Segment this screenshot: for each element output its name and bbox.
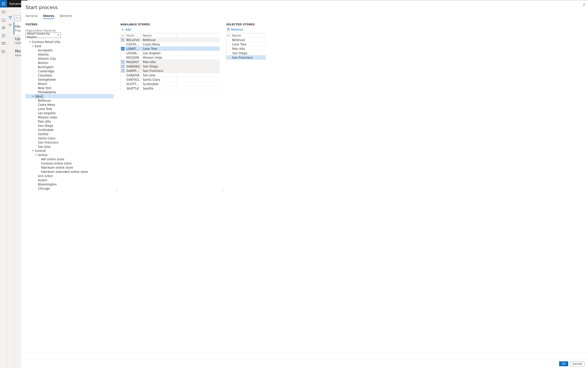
row-checkbox[interactable]: [121, 60, 125, 64]
row-checkbox[interactable]: [226, 55, 231, 60]
row-checkbox[interactable]: [121, 42, 125, 46]
tree-node[interactable]: Boston: [26, 61, 114, 65]
tree-node[interactable]: Contoso online store: [26, 161, 114, 165]
row-checkbox[interactable]: [121, 55, 125, 60]
table-row[interactable]: San Diego: [226, 51, 266, 55]
row-checkbox[interactable]: [121, 64, 125, 68]
tree-node[interactable]: Palo Alto: [26, 119, 114, 123]
funnel-icon[interactable]: [7, 15, 13, 21]
list-item[interactable]: Up Upda: [14, 34, 22, 47]
table-row[interactable]: COSTAMECosta Mesa: [121, 42, 220, 46]
hierarchy-dropdown[interactable]: Retail Stores by Region: [26, 33, 61, 38]
caret-down-icon[interactable]: [32, 45, 34, 47]
tree-node[interactable]: Santa Clara: [26, 136, 114, 140]
tree-node[interactable]: Annapolis: [26, 48, 114, 52]
col-store-number[interactable]: Store number: [125, 33, 142, 37]
row-checkbox[interactable]: [121, 46, 125, 51]
tree-node[interactable]: Online: [26, 153, 114, 157]
caret-down-icon[interactable]: [32, 95, 34, 97]
tree-node[interactable]: San Jose: [26, 144, 114, 149]
splitter-handle[interactable]: [117, 189, 117, 191]
table-row[interactable]: LOSANGELos Angeles: [121, 51, 220, 55]
tree-node[interactable]: Contoso Retail USA: [26, 40, 114, 44]
tree-node[interactable]: San Diego: [26, 123, 114, 128]
remove-button[interactable]: Remove: [226, 27, 244, 32]
row-checkbox[interactable]: [121, 86, 125, 90]
tree-node[interactable]: San Francisco: [26, 140, 114, 144]
tree-node[interactable]: Burlington: [26, 65, 114, 69]
tree-node[interactable]: Philadelphia: [26, 90, 114, 94]
tree-node[interactable]: Austin: [26, 178, 114, 182]
tree-node[interactable]: Chicago: [26, 186, 114, 191]
tree-node[interactable]: Cambridge: [26, 69, 114, 73]
tree-node[interactable]: Atlanta: [26, 52, 114, 56]
col-name[interactable]: Name: [231, 33, 266, 37]
splitter-handle[interactable]: [223, 189, 223, 191]
row-checkbox[interactable]: [226, 38, 231, 42]
select-all-checkbox[interactable]: [226, 33, 231, 37]
tree-node[interactable]: Miami: [26, 82, 114, 86]
add-button[interactable]: Add: [120, 27, 132, 32]
row-checkbox[interactable]: [226, 51, 231, 55]
tree-node[interactable]: Mission Viejo: [26, 115, 114, 119]
table-row[interactable]: MISSIONMission Viejo: [121, 55, 220, 60]
tree-node[interactable]: Ann Arbor: [26, 174, 114, 178]
app-launcher-icon[interactable]: [0, 0, 7, 8]
table-row[interactable]: Palo Alto: [226, 46, 266, 51]
sort-icon[interactable]: [7, 22, 13, 28]
search-input-obscured[interactable]: Fi: [15, 15, 21, 21]
row-checkbox[interactable]: [226, 42, 231, 46]
list-item[interactable]: Ho Prep: [14, 22, 22, 34]
hamburger-icon[interactable]: [1, 10, 6, 14]
table-row[interactable]: BELLEVUBellevue: [121, 38, 220, 42]
table-row[interactable]: LONETRELone Tree: [121, 46, 220, 51]
tree-node[interactable]: Central: [26, 149, 114, 153]
tree-node[interactable]: Bloomington: [26, 182, 114, 186]
table-row[interactable]: SANTACLSanta Clara: [121, 77, 220, 82]
table-row[interactable]: Lone Tree: [226, 42, 266, 46]
cancel-button[interactable]: Cancel: [570, 361, 585, 366]
tab-stores[interactable]: Stores: [43, 14, 54, 19]
table-row[interactable]: San Francisco: [226, 55, 266, 60]
tab-workers[interactable]: Workers: [60, 14, 72, 19]
row-checkbox[interactable]: [121, 38, 125, 42]
table-row[interactable]: SANDIEGSan Diego: [121, 64, 220, 69]
tree-node[interactable]: Lone Tree: [26, 107, 114, 111]
tree-node[interactable]: Costa Mesa: [26, 102, 114, 107]
star-icon[interactable]: [1, 26, 6, 30]
list-item[interactable]: Mo Gene: [14, 47, 22, 59]
tree-node[interactable]: Seattle: [26, 132, 114, 136]
table-row[interactable]: SEATTLESeattle: [121, 86, 220, 91]
row-checkbox[interactable]: [226, 46, 231, 51]
tree-node[interactable]: Bellevue: [26, 98, 114, 102]
select-all-checkbox[interactable]: [121, 33, 125, 37]
tab-general[interactable]: General: [26, 14, 38, 19]
table-row[interactable]: SANFRANCISSan Francisco: [121, 69, 220, 73]
tree-node[interactable]: AW online store: [26, 157, 114, 161]
table-row[interactable]: SANJOSESan Jose: [121, 73, 220, 77]
workspace-icon[interactable]: [1, 41, 6, 46]
table-row[interactable]: SCOTTSDScottsdale: [121, 82, 220, 86]
table-row[interactable]: PALOALTPalo Alto: [121, 60, 220, 64]
tree-node[interactable]: Scottsdale: [26, 128, 114, 132]
tree-node[interactable]: New York: [26, 86, 114, 90]
clock-icon[interactable]: [1, 34, 6, 38]
tree-node[interactable]: Fabrikam online store: [26, 165, 114, 170]
row-checkbox[interactable]: [121, 69, 125, 73]
tree-node[interactable]: Fabrikam extended online store: [26, 170, 114, 174]
tree-node[interactable]: Georgetown: [26, 77, 114, 82]
tree-node[interactable]: West: [26, 94, 114, 98]
tree-node[interactable]: Columbia: [26, 73, 114, 77]
table-row[interactable]: Bellevue: [226, 38, 266, 42]
row-checkbox[interactable]: [121, 77, 125, 82]
row-checkbox[interactable]: [121, 73, 125, 77]
tree-node[interactable]: Atlantic City: [26, 56, 114, 61]
tree-node[interactable]: East: [26, 44, 114, 48]
row-checkbox[interactable]: [121, 51, 125, 55]
col-name[interactable]: Name: [142, 33, 177, 37]
ok-button[interactable]: OK: [559, 361, 568, 366]
tree-node[interactable]: Los Angeles: [26, 111, 114, 115]
home-icon[interactable]: [1, 18, 6, 22]
hierarchy-tree[interactable]: Contoso Retail USAEastAnnapolisAtlantaAt…: [26, 40, 114, 357]
caret-down-icon[interactable]: [35, 154, 37, 156]
